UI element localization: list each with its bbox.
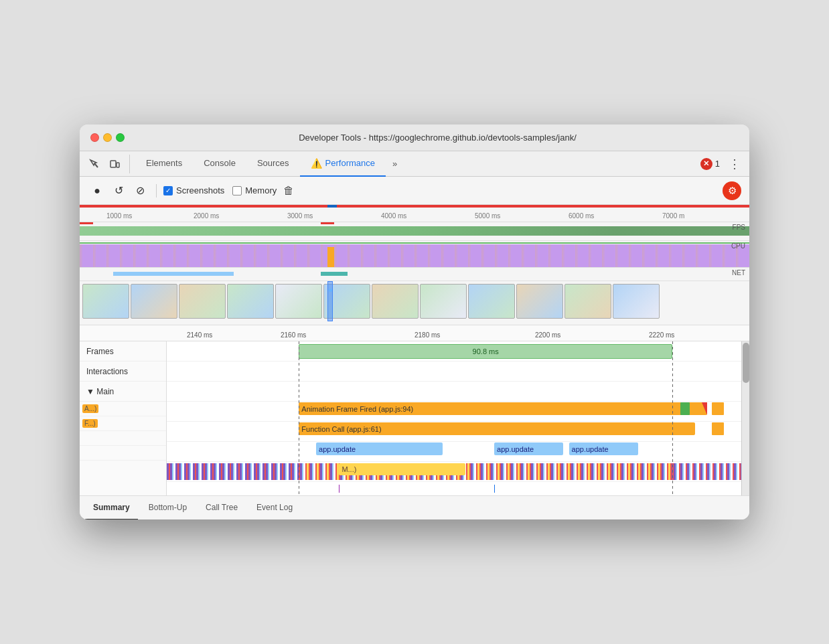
- error-icon: ✕: [700, 158, 712, 170]
- frames-label: Frames: [86, 347, 114, 356]
- cpu-green-line: [80, 242, 749, 244]
- bottom-tabs: Summary Bottom-Up Call Tree Event Log: [80, 495, 749, 519]
- time-tick-4000: 4000 ms: [381, 212, 406, 220]
- markers-row: [167, 482, 741, 495]
- frames-label-row: Frames: [80, 341, 166, 361]
- thumb-2: [131, 284, 177, 319]
- tab-event-log[interactable]: Event Log: [248, 496, 301, 520]
- timeline-content: Frames Interactions ▼ Main A...) F...): [80, 341, 749, 495]
- screenshots-checkbox[interactable]: ✓: [163, 186, 173, 195]
- main-row-label-1: A...): [80, 402, 166, 416]
- tab-bottom-up[interactable]: Bottom-Up: [141, 496, 195, 520]
- selection-line-right: [672, 341, 673, 495]
- svg-rect-2: [117, 163, 119, 167]
- screenshots-checkbox-label[interactable]: ✓ Screenshots: [163, 185, 224, 195]
- function-right-block: [712, 422, 724, 435]
- time-tick-2000: 2000 ms: [194, 212, 219, 220]
- app-update-block-1[interactable]: app.update: [316, 442, 443, 455]
- animation-red-corner: [702, 402, 707, 415]
- frames-block[interactable]: 90.8 ms: [299, 344, 672, 359]
- function-call-text: Function Call (app.js:61): [301, 425, 381, 433]
- more-options-button[interactable]: ⋮: [725, 155, 744, 173]
- record-button[interactable]: ●: [88, 181, 106, 200]
- thumb-1: [82, 284, 129, 319]
- animation-frame-block[interactable]: Animation Frame Fired (app.js:94): [299, 402, 706, 415]
- reload-button[interactable]: ↺: [109, 181, 128, 200]
- memory-checkbox[interactable]: [232, 186, 242, 195]
- timeline-tracks: 90.8 ms Animation Frame Fired (app.js:94…: [167, 341, 741, 495]
- toolbar: ● ↺ ⊘ ✓ Screenshots Memory 🗑 ⚙: [80, 177, 749, 205]
- scrollbar-thumb[interactable]: [743, 343, 749, 383]
- zoom-tick-2140: 2140 ms: [187, 331, 212, 339]
- main-row-label-4: [80, 446, 166, 461]
- warning-icon: ⚠️: [311, 158, 322, 169]
- thumb-7: [372, 284, 419, 319]
- error-badge[interactable]: ✕ 1: [700, 158, 720, 170]
- app-update-text-3: app.update: [572, 445, 609, 453]
- tab-call-tree[interactable]: Call Tree: [198, 496, 246, 520]
- traffic-lights: [90, 133, 125, 142]
- svg-line-0: [94, 163, 98, 167]
- settings-button[interactable]: ⚙: [723, 181, 741, 200]
- app-update-row: app.update app.update app.update: [167, 442, 741, 462]
- detail-panel: 2140 ms 2160 ms 2180 ms 2200 ms 2220 ms …: [80, 325, 749, 495]
- tab-bar: Elements Console Sources ⚠️ Performance …: [80, 151, 749, 177]
- minimize-button[interactable]: [103, 133, 112, 142]
- function-call-row[interactable]: Function Call (app.js:61): [167, 422, 741, 442]
- thumb-11: [564, 284, 611, 319]
- main-header-track: [167, 382, 741, 402]
- thumb-4: [227, 284, 274, 319]
- thumb-5: [275, 284, 322, 319]
- interactions-label: Interactions: [86, 367, 128, 376]
- cpu-yellow-overlay: [80, 244, 749, 267]
- zoom-tick-2180: 2180 ms: [414, 331, 440, 339]
- app-update-block-2[interactable]: app.update: [494, 442, 563, 455]
- marker-blue-1: [494, 485, 495, 493]
- tab-elements[interactable]: Elements: [135, 151, 193, 177]
- overview-panel: 1000 ms 2000 ms 3000 ms 4000 ms 5000 ms …: [80, 205, 749, 325]
- main-row-label-2: F...): [80, 416, 166, 431]
- app-update-text-1: app.update: [319, 445, 356, 453]
- scrubber-dot: [329, 289, 332, 292]
- tab-more[interactable]: »: [386, 151, 404, 177]
- memory-checkbox-label[interactable]: Memory: [232, 185, 277, 195]
- tab-performance[interactable]: ⚠️ Performance: [300, 151, 386, 177]
- zoom-tick-2220: 2220 ms: [649, 331, 674, 339]
- net-bar-1: [113, 272, 234, 276]
- fps-bar: [80, 226, 749, 236]
- time-tick-3000: 3000 ms: [287, 212, 313, 220]
- app-update-text-2: app.update: [497, 445, 534, 453]
- main-label-row: ▼ Main: [80, 382, 166, 402]
- thumb-9: [468, 284, 515, 319]
- cpu-spike: [327, 247, 334, 267]
- tab-sources[interactable]: Sources: [246, 151, 300, 177]
- device-toggle-icon[interactable]: [105, 155, 124, 173]
- close-button[interactable]: [90, 133, 99, 142]
- time-tick-7000: 7000 m: [662, 212, 684, 220]
- screenshot-thumbs: [80, 281, 749, 321]
- tab-summary[interactable]: Summary: [85, 496, 138, 520]
- inspect-icon[interactable]: [85, 155, 104, 173]
- function-call-block[interactable]: Function Call (app.js:61): [299, 422, 695, 435]
- title-bar: Developer Tools - https://googlechrome.g…: [80, 125, 749, 151]
- maximize-button[interactable]: [116, 133, 125, 142]
- thumb-12: [613, 284, 660, 319]
- zoom-tick-2200: 2200 ms: [535, 331, 560, 339]
- animation-frame-row[interactable]: Animation Frame Fired (app.js:94): [167, 402, 741, 422]
- cpu-label: CPU: [731, 242, 745, 250]
- toolbar-divider: [156, 184, 157, 197]
- dense-bars: M...): [167, 462, 741, 481]
- tab-console[interactable]: Console: [193, 151, 246, 177]
- timeline-scrollbar[interactable]: [741, 341, 749, 495]
- stop-button[interactable]: ⊘: [131, 181, 149, 200]
- animation-green-block: [680, 402, 690, 415]
- marker-purple-1: [339, 485, 340, 493]
- app-update-block-3[interactable]: app.update: [569, 442, 638, 455]
- net-bar-2: [321, 272, 348, 276]
- clear-button[interactable]: 🗑: [279, 182, 298, 199]
- frames-track: 90.8 ms: [167, 341, 741, 361]
- m-block[interactable]: M...): [339, 463, 465, 475]
- time-tick-1000: 1000 ms: [106, 212, 132, 220]
- selection-line-left: [299, 341, 299, 495]
- tabs-container: Elements Console Sources ⚠️ Performance …: [135, 151, 700, 177]
